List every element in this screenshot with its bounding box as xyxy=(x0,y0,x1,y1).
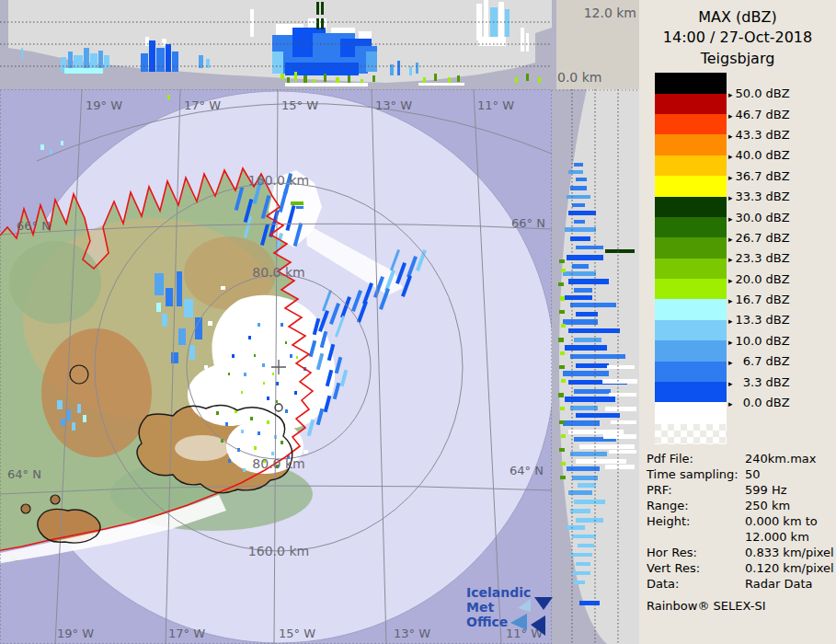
lat-label-right: 64° N xyxy=(510,464,544,477)
scale-swatch xyxy=(655,73,727,93)
meta-value: 0.120 km/pixel xyxy=(745,560,836,576)
meta-value: 599 Hz xyxy=(745,482,836,498)
scale-swatch xyxy=(655,197,727,217)
product-timestamp: 14:00 / 27-Oct-2018 xyxy=(639,28,836,48)
corner-strip xyxy=(552,0,556,89)
meta-value: 0.000 km to 12.000 km xyxy=(745,513,836,545)
scale-swatch xyxy=(655,362,727,382)
scale-swatch xyxy=(655,217,727,237)
meta-value: Radar Data xyxy=(745,576,836,592)
scale-swatch xyxy=(655,340,727,361)
scale-label: ▸16.7 dBZ xyxy=(728,293,790,314)
scale-label: ▸13.3 dBZ xyxy=(728,314,790,334)
meta-label: Time sampling: xyxy=(647,466,745,482)
scale-label: ▸36.7 dBZ xyxy=(728,170,790,190)
scale-swatch xyxy=(655,259,727,279)
scale-tick-arrow: ▸ xyxy=(728,193,733,202)
right-profile-panel xyxy=(552,89,639,644)
radar-display: 12.0 km 0.0 km xyxy=(0,0,836,644)
scale-swatch xyxy=(655,382,727,402)
scale-label: ▸33.3 dBZ xyxy=(728,190,790,211)
scale-label: ▸43.3 dBZ xyxy=(728,129,790,149)
meta-value: 50 xyxy=(745,466,836,482)
scale-label: ▸ 3.3 dBZ xyxy=(728,376,790,397)
scale-tick-arrow: ▸ xyxy=(728,276,733,285)
height-axis-corner: 12.0 km 0.0 km xyxy=(552,0,639,89)
scale-label: ▸26.7 dBZ xyxy=(728,232,790,252)
scale-entry: ▸50.0 dBZ xyxy=(655,73,836,93)
lon-label-bottom: 17° W xyxy=(168,627,205,640)
lon-label-top: 13° W xyxy=(375,98,412,112)
product-name: MAX (dBZ) xyxy=(639,7,836,28)
scale-swatch xyxy=(655,155,727,176)
scale-label: ▸23.3 dBZ xyxy=(728,252,790,272)
meta-label: Hor Res: xyxy=(647,545,745,560)
meta-label: Vert Res: xyxy=(647,560,745,576)
range-ring-label: 160.0 km xyxy=(248,544,309,558)
meta-label: Range: xyxy=(647,498,745,513)
legend-title: MAX (dBZ) 14:00 / 27-Oct-2018 Teigsbjarg xyxy=(639,7,836,69)
scale-tick-arrow: ▸ xyxy=(728,111,733,121)
lat-label-right: 66° N xyxy=(511,216,545,230)
scale-tick-arrow: ▸ xyxy=(728,316,733,326)
meta-value: 240km.max xyxy=(745,451,836,466)
lat-label-left: 66° N xyxy=(17,219,51,233)
scale-tick-arrow: ▸ xyxy=(728,173,733,182)
meta-value: 250 km xyxy=(745,498,836,513)
meta-value: 0.833 km/pixel xyxy=(745,545,836,560)
scale-swatch xyxy=(655,94,727,114)
lat-label-left: 64° N xyxy=(7,467,41,481)
scale-tick-arrow: ▸ xyxy=(728,255,733,264)
range-ring-label: 160.0 km xyxy=(248,173,309,188)
scale-label: ▸ 6.7 dBZ xyxy=(728,355,790,375)
scale-tick-arrow: ▸ xyxy=(728,358,733,367)
radar-station-name: Teigsbjarg xyxy=(639,49,836,69)
scale-tick-arrow: ▸ xyxy=(728,379,733,388)
lon-label-top: 11° W xyxy=(477,98,514,112)
scale-tick-arrow: ▸ xyxy=(728,90,733,99)
scale-swatch xyxy=(655,114,727,134)
imo-logo-icon xyxy=(499,590,556,638)
right-profile-plot xyxy=(552,89,639,644)
scale-swatch xyxy=(655,237,727,258)
scale-tick-arrow: ▸ xyxy=(728,132,733,141)
range-ring-label: 80.0 km xyxy=(252,265,304,280)
scale-tick-arrow: ▸ xyxy=(728,214,733,224)
scale-label: ▸ 0.0 dBZ xyxy=(728,397,790,417)
scale-label: ▸20.0 dBZ xyxy=(728,273,790,293)
range-ring-label: 80.0 km xyxy=(252,456,304,471)
scale-tick-arrow: ▸ xyxy=(728,296,733,305)
scale-tick-arrow: ▸ xyxy=(728,235,733,244)
scale-swatch xyxy=(655,134,727,155)
meta-label: PRF: xyxy=(647,482,745,498)
height-axis-max: 12.0 km xyxy=(584,6,636,20)
top-profile-panel xyxy=(0,0,552,89)
scale-transparent-swatch xyxy=(655,424,727,444)
scale-tick-arrow: ▸ xyxy=(728,338,733,347)
radar-map: 19° W 17° W 15° W 13° W 11° W 19° W 17° … xyxy=(0,89,552,644)
meta-label: Pdf File: xyxy=(647,451,745,466)
legend-panel: MAX (dBZ) 14:00 / 27-Oct-2018 Teigsbjarg… xyxy=(639,0,836,644)
scale-below-zero-swatch xyxy=(655,402,727,424)
top-profile-plot xyxy=(0,0,552,89)
lon-label-bottom: 19° W xyxy=(57,627,94,640)
lon-label-bottom: 13° W xyxy=(394,627,430,640)
legend-metadata: Pdf File:240km.maxTime sampling:50PRF:59… xyxy=(647,451,836,592)
scale-swatch xyxy=(655,299,727,319)
scale-label: ▸50.0 dBZ xyxy=(728,87,790,108)
lon-label-top: 15° W xyxy=(281,98,318,112)
lon-label-bottom: 15° W xyxy=(279,627,315,640)
meta-label: Height: xyxy=(647,513,745,545)
legend-scale: ▸50.0 dBZ▸46.7 dBZ▸43.3 dBZ▸40.0 dBZ▸36.… xyxy=(655,73,836,402)
lon-label-top: 19° W xyxy=(86,98,122,112)
scale-tick-arrow: ▸ xyxy=(728,152,733,161)
meta-label: Data: xyxy=(647,576,745,592)
lon-label-top: 17° W xyxy=(184,98,221,112)
height-axis-min: 0.0 km xyxy=(557,70,601,85)
scale-swatch xyxy=(655,176,727,196)
software-brand: Rainbow® SELEX-SI xyxy=(647,599,836,613)
scale-swatch xyxy=(655,320,727,340)
scale-label: ▸30.0 dBZ xyxy=(728,212,790,232)
scale-tick-arrow: ▸ xyxy=(728,399,733,408)
scale-label: ▸10.0 dBZ xyxy=(728,335,790,355)
